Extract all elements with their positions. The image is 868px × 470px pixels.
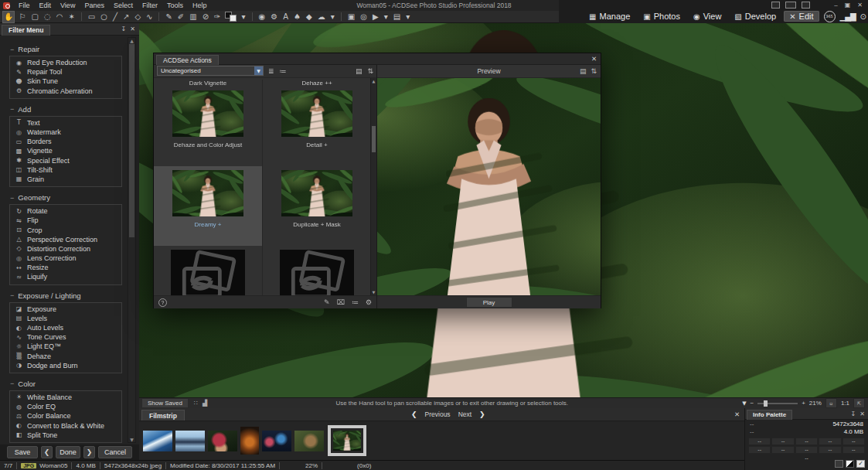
pane-layout-left-icon[interactable] [771,2,780,9]
action-item-dreamy[interactable]: Dreamy + [154,166,262,246]
split-view-icon[interactable] [846,460,854,468]
eyedropper-tool[interactable]: ✑ [213,12,221,22]
action-settings-icon[interactable]: ⚙ [366,298,372,306]
filmstrip-tab[interactable]: Filmstrip [141,410,185,421]
scroll-up-icon[interactable]: ▲ [128,38,135,43]
marker-tool[interactable]: ✐ [177,12,185,22]
play-actions-icon[interactable]: ▶ [372,12,380,22]
next-image-button[interactable]: ❯ [83,446,95,458]
screen-capture-icon[interactable]: ▤ [393,12,401,22]
filmstrip-thumb-city[interactable] [262,431,291,451]
dialog-titlebar[interactable]: ACDSee Actions ✕ [154,53,601,65]
fill-tool[interactable]: ◆ [305,12,313,22]
filmstrip-thumb-ocean[interactable] [143,431,172,451]
settings-gear-icon[interactable]: ⚙ [270,12,278,22]
filter-item-lens-correction[interactable]: ◎Lens Correction [10,254,121,263]
filter-section-color[interactable]: −Color [10,380,122,388]
expand-view-button[interactable]: ⇱ [853,398,865,408]
original-view-icon[interactable] [835,460,843,468]
filter-item-perspective-correction[interactable]: △Perspective Correction [10,235,121,244]
menu-help[interactable]: Help [188,2,212,9]
lens-tool-icon[interactable]: ◉ [258,12,267,22]
filter-menu-tab[interactable]: Filter Menu [2,25,50,36]
pan-hand-tool[interactable]: ✋ [3,12,14,22]
queue-action-icon[interactable]: ≔ [352,298,359,306]
filter-section-geometry[interactable]: −Geometry [10,193,122,202]
pin-icon[interactable]: ↧ [121,26,127,32]
zoom-value[interactable]: 21% [809,400,822,407]
sidebar-scrollbar[interactable]: ▲ ▼ [128,37,136,443]
pane-layout-center-icon[interactable] [785,2,796,9]
cloud-tool[interactable]: ☁ [317,12,326,22]
capture-dropdown-icon[interactable]: ▾ [405,12,410,22]
actions-scrollbar[interactable]: ▲ ▼ [370,78,376,295]
filter-item-exposure[interactable]: ◪Exposure [10,305,121,314]
rect-marquee-tool[interactable]: ▢ [30,12,39,22]
filter-item-white-balance[interactable]: ☀White Balance [10,393,121,402]
filmstrip-thumb-sunset[interactable] [240,427,259,455]
play-button[interactable]: Play [466,297,512,308]
show-saved-button[interactable]: Show Saved [141,398,189,408]
dialog-close-icon[interactable]: ✕ [591,55,597,63]
swatch-dropdown-icon[interactable]: ▾ [240,12,246,22]
next-chevron-icon[interactable]: ❯ [479,410,485,418]
fit-image-button[interactable]: ▫ [825,398,837,408]
frame-view-icon[interactable]: ▣ [347,12,356,22]
filter-item-color-balance[interactable]: ⚖Color Balance [10,411,121,421]
dropdown-arrow-icon[interactable]: ▼ [254,66,263,75]
ellipse-shape-tool[interactable]: ○ [100,12,108,22]
minimize-button[interactable]: – [834,2,837,9]
zoom-in-icon[interactable]: + [802,400,805,407]
ellipse-marquee-tool[interactable]: ◌ [43,12,52,22]
filter-item-chromatic-aberration[interactable]: ⚙Chromatic Aberration [10,87,121,96]
filter-item-distortion-correction[interactable]: ◇Distortion Correction [10,244,121,254]
assign-action-icon[interactable]: ≣ [268,67,274,75]
close-button[interactable]: ✕ [857,2,863,9]
histogram-icon[interactable]: ▁▄▇ [840,12,856,21]
action-item-placeholder[interactable] [154,246,262,295]
mode-edit[interactable]: ✕Edit [784,11,819,22]
rectangle-shape-tool[interactable]: ▭ [87,12,96,22]
action-label-dehaze-plus-plus[interactable]: Dehaze ++ [262,80,371,87]
filter-item-color-eq[interactable]: ◍Color EQ [10,402,121,411]
filter-item-split-tone[interactable]: ◧Split Tone [10,431,121,440]
done-button[interactable]: Done [56,446,80,458]
polygon-tool[interactable]: ◇ [134,12,141,22]
filter-item-dodge-and-burn[interactable]: ◑Dodge and Burn [10,361,121,370]
filter-item-dehaze[interactable]: ▒Dehaze [10,352,121,361]
edit-action-icon[interactable]: ✎ [324,298,330,306]
filter-section-exposure-lighting[interactable]: −Exposure / Lighting [10,291,122,300]
help-icon[interactable]: ? [158,298,167,307]
filter-item-special-effect[interactable]: ✱Special Effect [10,156,121,165]
action-item-detail[interactable]: Detail + [262,87,371,166]
filter-item-levels[interactable]: ▤Levels [10,314,121,323]
filmstrip-thumb-wildlife[interactable] [294,431,324,451]
selection-flag-tool[interactable]: ⚐ [18,12,26,22]
action-item-duplicate-mask[interactable]: Duplicate + Mask [262,166,371,246]
action-label-dark-vignette[interactable]: Dark Vignette [154,80,262,87]
action-item-dehaze-and-color-adjust[interactable]: Dehaze and Color Adjust [154,87,262,166]
filter-item-borders[interactable]: ▭Borders [10,137,121,146]
gradient-tool[interactable]: ▥ [189,12,197,22]
filter-section-repair[interactable]: −Repair [10,45,122,53]
previous-button[interactable]: Previous [425,410,451,418]
close-panel-icon[interactable]: ✕ [130,26,135,32]
cancel-button[interactable]: Cancel [98,446,132,458]
zoom-slider-thumb[interactable] [764,400,768,407]
filter-item-repair-tool[interactable]: ✎Repair Tool [10,67,121,77]
edited-view-icon[interactable]: ✓ [856,460,865,468]
shapes-dropdown-icon[interactable]: ▾ [330,12,335,22]
thumbnail-view-icon[interactable]: ▤ [356,67,363,75]
scroll-down-icon[interactable]: ▼ [128,437,135,442]
menu-panes[interactable]: Panes [80,2,109,9]
filter-item-skin-tune[interactable]: ☻Skin Tune [10,77,121,86]
menu-select[interactable]: Select [109,2,138,9]
delete-action-icon[interactable]: ⌧ [337,298,345,306]
filter-item-watermark[interactable]: ◎Watermark [10,128,121,137]
filter-item-flip[interactable]: ⇋Flip [10,216,121,225]
mode-photos[interactable]: ▣Photos [638,11,686,22]
zoom-slider[interactable] [757,403,798,404]
filter-item-vignette[interactable]: ▩Vignette [10,146,121,155]
curve-tool[interactable]: ∿ [145,12,153,22]
previous-chevron-icon[interactable]: ❮ [411,410,417,418]
